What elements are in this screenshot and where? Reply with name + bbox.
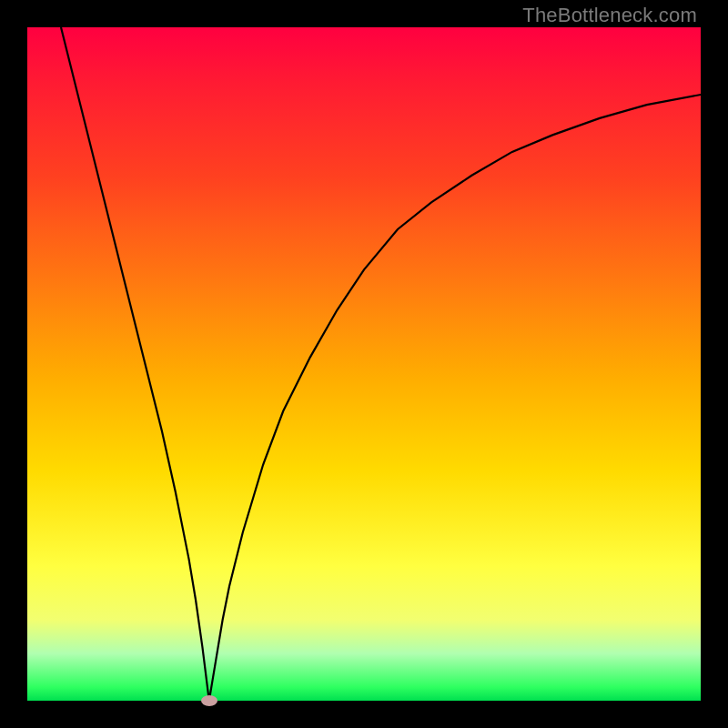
bottleneck-curve — [61, 27, 701, 701]
plot-area — [27, 27, 701, 701]
watermark: TheBottleneck.com — [522, 4, 697, 27]
minimum-marker — [201, 695, 217, 706]
chart-container: TheBottleneck.com — [0, 0, 728, 728]
curve-svg — [27, 27, 701, 701]
